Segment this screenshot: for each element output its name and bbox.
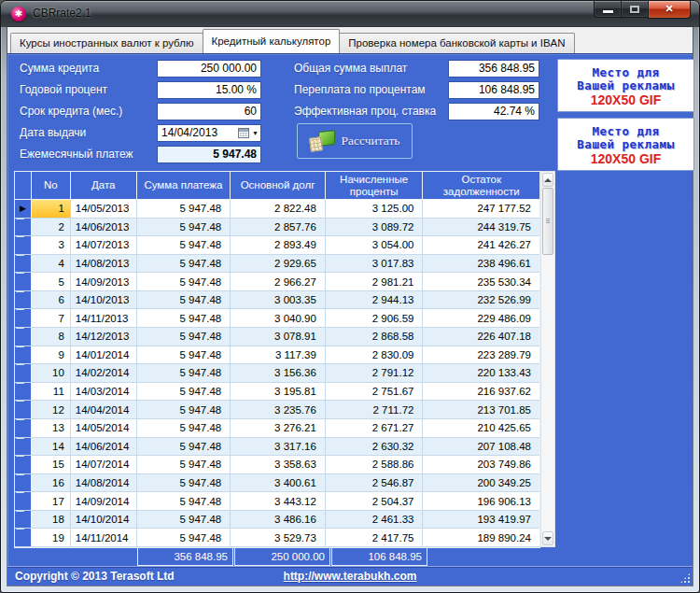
cell-no[interactable]: 14 bbox=[32, 438, 71, 457]
row-indicator[interactable] bbox=[15, 419, 32, 438]
maximize-button[interactable] bbox=[622, 1, 648, 18]
cell-principal[interactable]: 3 117.39 bbox=[231, 346, 326, 365]
cell-balance[interactable]: 213 701.85 bbox=[423, 401, 539, 419]
cell-balance[interactable]: 203 749.86 bbox=[423, 456, 539, 474]
cell-payment[interactable]: 5 947.48 bbox=[137, 236, 231, 255]
cell-balance[interactable]: 247 177.52 bbox=[423, 200, 539, 219]
tab-card-iban-check[interactable]: Проверка номера банковской карты и IBAN bbox=[339, 33, 574, 53]
cell-payment[interactable]: 5 947.48 bbox=[137, 346, 231, 365]
cell-no[interactable]: 10 bbox=[32, 364, 71, 383]
table-row[interactable]: 614/10/20135 947.483 003.352 944.13232 5… bbox=[15, 291, 539, 310]
cell-principal[interactable]: 3 358.63 bbox=[231, 456, 326, 474]
date-picker-dropdown[interactable]: ▼ bbox=[234, 127, 259, 139]
cell-principal[interactable]: 3 156.36 bbox=[231, 364, 326, 383]
cell-no[interactable]: 3 bbox=[32, 236, 71, 255]
cell-no[interactable]: 19 bbox=[32, 529, 71, 547]
cell-interest[interactable]: 3 054.00 bbox=[326, 236, 424, 255]
cell-balance[interactable]: 200 349.25 bbox=[423, 474, 539, 493]
cell-balance[interactable]: 229 486.09 bbox=[423, 309, 539, 328]
cell-no[interactable]: 12 bbox=[32, 401, 71, 419]
table-row[interactable]: ▶114/05/20135 947.482 822.483 125.00247 … bbox=[15, 200, 539, 219]
cell-date[interactable]: 14/05/2013 bbox=[71, 200, 137, 219]
website-link[interactable]: http://www.terabukh.com bbox=[7, 570, 693, 583]
cell-payment[interactable]: 5 947.48 bbox=[137, 255, 231, 274]
cell-principal[interactable]: 2 966.27 bbox=[231, 273, 326, 291]
cell-principal[interactable]: 3 443.12 bbox=[231, 492, 326, 511]
cell-no[interactable]: 2 bbox=[32, 219, 71, 237]
cell-no[interactable]: 1 bbox=[32, 200, 71, 219]
loan-amount-field[interactable]: 250 000.00 bbox=[157, 60, 261, 78]
row-indicator[interactable] bbox=[15, 219, 32, 237]
cell-principal[interactable]: 3 003.35 bbox=[231, 291, 326, 310]
row-indicator[interactable] bbox=[15, 236, 32, 255]
cell-payment[interactable]: 5 947.48 bbox=[137, 419, 231, 438]
loan-term-field[interactable]: 60 bbox=[157, 103, 261, 120]
cell-date[interactable]: 14/06/2013 bbox=[71, 219, 137, 237]
cell-balance[interactable]: 210 425.65 bbox=[423, 419, 539, 438]
cell-date[interactable]: 14/09/2014 bbox=[71, 492, 137, 511]
cell-no[interactable]: 13 bbox=[32, 419, 71, 438]
cell-payment[interactable]: 5 947.48 bbox=[137, 401, 231, 419]
cell-interest[interactable]: 3 017.83 bbox=[326, 255, 424, 274]
cell-no[interactable]: 17 bbox=[32, 492, 71, 511]
table-row[interactable]: 814/12/20135 947.483 078.912 868.58226 4… bbox=[15, 328, 539, 346]
cell-no[interactable]: 11 bbox=[32, 383, 71, 402]
cell-principal[interactable]: 3 195.81 bbox=[231, 383, 326, 402]
row-indicator[interactable] bbox=[15, 328, 32, 346]
row-indicator[interactable] bbox=[15, 492, 32, 511]
cell-interest[interactable]: 3 089.72 bbox=[326, 219, 424, 237]
cell-interest[interactable]: 2 461.33 bbox=[326, 511, 424, 529]
scroll-up-button[interactable] bbox=[542, 173, 553, 187]
cell-payment[interactable]: 5 947.48 bbox=[137, 219, 231, 237]
scrollbar-thumb[interactable] bbox=[542, 188, 553, 255]
table-row[interactable]: 1114/03/20145 947.483 195.812 751.67216 … bbox=[15, 383, 539, 402]
cell-payment[interactable]: 5 947.48 bbox=[137, 200, 231, 219]
cell-interest[interactable]: 2 671.27 bbox=[326, 419, 424, 438]
cell-date[interactable]: 14/08/2014 bbox=[71, 474, 137, 493]
cell-balance[interactable]: 232 526.99 bbox=[423, 291, 539, 310]
cell-interest[interactable]: 2 868.58 bbox=[326, 328, 424, 346]
ad-banner-bottom[interactable]: Место для Вашей рекламы 120X50 GIF bbox=[557, 118, 694, 171]
cell-no[interactable]: 5 bbox=[32, 273, 71, 291]
table-row[interactable]: 1514/07/20145 947.483 358.632 588.86203 … bbox=[15, 456, 539, 474]
cell-balance[interactable]: 207 108.48 bbox=[423, 438, 539, 457]
row-indicator[interactable] bbox=[15, 273, 32, 291]
cell-interest[interactable]: 3 125.00 bbox=[326, 200, 424, 219]
cell-date[interactable]: 14/09/2013 bbox=[71, 273, 137, 291]
cell-no[interactable]: 6 bbox=[32, 291, 71, 310]
cell-balance[interactable]: 220 133.43 bbox=[423, 364, 539, 383]
row-indicator[interactable] bbox=[15, 438, 32, 457]
cell-principal[interactable]: 3 486.16 bbox=[231, 511, 326, 529]
minimize-button[interactable] bbox=[594, 1, 622, 18]
cell-payment[interactable]: 5 947.48 bbox=[137, 456, 231, 474]
table-row[interactable]: 1914/11/20145 947.483 529.732 417.75189 … bbox=[15, 529, 539, 547]
scroll-down-button[interactable] bbox=[542, 531, 553, 545]
cell-principal[interactable]: 3 529.73 bbox=[231, 529, 326, 547]
row-indicator[interactable] bbox=[15, 291, 32, 310]
cell-date[interactable]: 14/07/2014 bbox=[71, 456, 137, 474]
cell-payment[interactable]: 5 947.48 bbox=[137, 492, 231, 511]
cell-principal[interactable]: 3 040.90 bbox=[231, 309, 326, 328]
cell-payment[interactable]: 5 947.48 bbox=[137, 438, 231, 457]
row-indicator[interactable] bbox=[15, 346, 32, 365]
cell-balance[interactable]: 226 407.18 bbox=[423, 328, 539, 346]
table-row[interactable]: 1214/04/20145 947.483 235.762 711.72213 … bbox=[15, 401, 539, 419]
cell-interest[interactable]: 2 711.72 bbox=[326, 401, 424, 419]
cell-balance[interactable]: 216 937.62 bbox=[423, 383, 539, 402]
row-indicator[interactable] bbox=[15, 401, 32, 419]
cell-interest[interactable]: 2 791.12 bbox=[326, 364, 424, 383]
cell-balance[interactable]: 196 906.13 bbox=[423, 492, 539, 511]
cell-interest[interactable]: 2 504.37 bbox=[326, 492, 424, 511]
row-indicator[interactable] bbox=[15, 474, 32, 493]
row-indicator[interactable] bbox=[15, 255, 32, 274]
table-row[interactable]: 314/07/20135 947.482 893.493 054.00241 4… bbox=[15, 236, 539, 255]
cell-date[interactable]: 14/02/2014 bbox=[71, 364, 137, 383]
cell-principal[interactable]: 2 857.76 bbox=[231, 219, 326, 237]
cell-no[interactable]: 7 bbox=[32, 309, 71, 328]
cell-no[interactable]: 8 bbox=[32, 328, 71, 346]
cell-balance[interactable]: 241 426.27 bbox=[423, 236, 539, 255]
table-row[interactable]: 414/08/20135 947.482 929.653 017.83238 4… bbox=[15, 255, 539, 274]
table-row[interactable]: 1714/09/20145 947.483 443.122 504.37196 … bbox=[15, 492, 539, 511]
cell-date[interactable]: 14/05/2014 bbox=[71, 419, 137, 438]
cell-date[interactable]: 14/07/2013 bbox=[71, 236, 137, 255]
